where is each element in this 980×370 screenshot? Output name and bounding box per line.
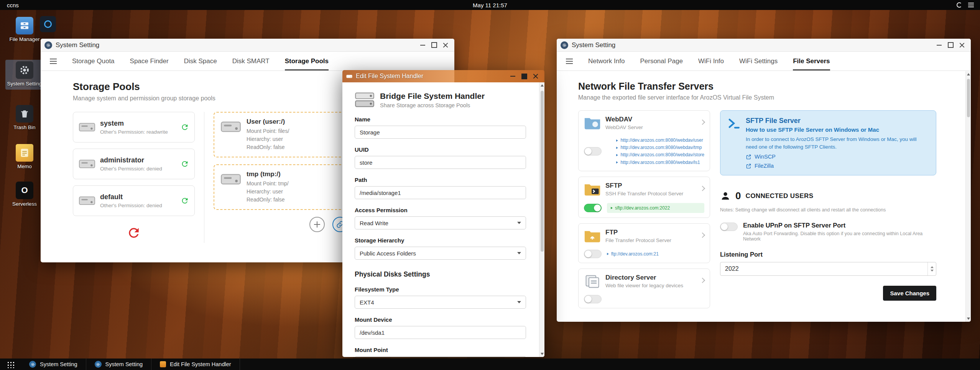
scroll-up-icon[interactable] — [967, 73, 970, 75]
tab-disk-smart[interactable]: Disk SMART — [232, 52, 270, 70]
handler-subtitle: Share Storage across Storage Pools — [380, 102, 485, 108]
maximize-button[interactable] — [945, 39, 956, 52]
path-input[interactable] — [355, 186, 526, 199]
titlebar[interactable]: System Setting — [557, 39, 971, 52]
tab-personal-page[interactable]: Personal Page — [640, 52, 683, 70]
mount-point-input[interactable] — [355, 356, 526, 357]
close-button[interactable] — [956, 39, 968, 52]
taskbar-item-system-setting-1[interactable]: System Setting — [21, 359, 86, 370]
scroll-up-icon[interactable] — [541, 84, 544, 87]
add-mount-button[interactable] — [309, 217, 325, 232]
filesystem-type-select[interactable]: EXT4 — [355, 296, 526, 309]
gear-icon — [29, 361, 36, 368]
desktop-icon-serverless[interactable]: O Serverless — [5, 182, 44, 208]
tab-storage-pools[interactable]: Storage Pools — [285, 52, 329, 70]
uuid-input[interactable] — [355, 156, 526, 169]
mount-card-user[interactable]: User (user:/) Mount Point: files/ Hierar… — [214, 112, 352, 157]
mount-hierarchy: Hierarchy: user — [247, 135, 289, 143]
server-card-directory[interactable]: Directory Server Web file viewer for leg… — [578, 268, 710, 308]
server-card-sftp[interactable]: SFTP SSH File Transfer Protocol Server s… — [578, 177, 710, 218]
scroll-down-icon[interactable] — [541, 353, 544, 355]
webdav-link[interactable]: http://dev.arozos.com:8080/webdav/user — [616, 137, 704, 144]
ftp-toggle[interactable] — [584, 250, 602, 258]
sync-icon[interactable] — [181, 160, 189, 168]
tab-storage-quota[interactable]: Storage Quota — [72, 52, 115, 70]
directory-toggle[interactable] — [584, 295, 602, 303]
record-icon — [44, 20, 52, 28]
tab-disk-space[interactable]: Disk Space — [184, 52, 217, 70]
scrollbar-thumb[interactable] — [967, 79, 970, 117]
server-card-ftp[interactable]: FTP File Transfer Protocol Server ftp://… — [578, 223, 710, 263]
webdav-toggle[interactable] — [584, 147, 602, 156]
sftp-toggle[interactable] — [584, 204, 602, 212]
mount-point: Mount Point: tmp/ — [247, 180, 289, 188]
client-link-filezilla[interactable]: FileZilla — [746, 163, 929, 169]
scroll-down-icon[interactable] — [967, 318, 970, 320]
desktop-icon-system-setting[interactable]: System Setting — [5, 60, 44, 90]
sftp-link[interactable]: sftp://dev.arozos.com:2022 — [607, 203, 704, 213]
selected-value: Read Write — [360, 220, 388, 226]
refresh-pools-button[interactable] — [124, 223, 144, 243]
tab-wifi-settings[interactable]: WiFi Settings — [739, 52, 778, 70]
user-icon — [720, 191, 731, 201]
upnp-toggle[interactable] — [720, 223, 738, 231]
scrollbar[interactable] — [539, 82, 544, 357]
pool-card-default[interactable]: default Other's Permission: denied — [73, 185, 195, 216]
mount-device-input[interactable] — [355, 326, 526, 339]
spinner-up-icon[interactable] — [931, 266, 934, 268]
taskbar-item-system-setting-2[interactable]: System Setting — [86, 359, 152, 370]
mount-card-tmp[interactable]: tmp (tmp:/) Mount Point: tmp/ Hierarchy:… — [214, 164, 352, 210]
tab-network-info[interactable]: Network Info — [588, 52, 625, 70]
pool-card-system[interactable]: system Other's Permission: readwrite — [73, 112, 195, 142]
tab-file-servers[interactable]: File Servers — [793, 52, 830, 70]
minimize-button[interactable] — [417, 39, 428, 52]
desktop-icon-file-manager[interactable]: File Manager — [5, 17, 44, 43]
client-link-winscp[interactable]: WinSCP — [746, 154, 929, 160]
webdav-link[interactable]: http://dev.arozos.com:8080/webdav/store — [616, 151, 704, 159]
gear-icon — [95, 361, 102, 368]
close-button[interactable] — [530, 70, 541, 83]
desktop-icon-memo[interactable]: Memo — [5, 144, 44, 170]
scrollbar-thumb[interactable] — [541, 91, 544, 252]
taskbar: System Setting System Setting Edit File … — [0, 359, 980, 370]
info-subtitle: How to use SFTP File Server on Windows o… — [746, 126, 929, 133]
hamburger-menu-icon[interactable] — [50, 59, 57, 64]
sync-icon[interactable] — [181, 196, 189, 205]
name-input[interactable] — [355, 126, 526, 139]
top-bar: ccns May 11 21:57 — [0, 0, 980, 10]
tab-wifi-info[interactable]: WiFi Info — [698, 52, 724, 70]
taskbar-item-label: System Setting — [105, 361, 143, 367]
webdav-link[interactable]: http://dev.arozos.com:8080/webdav/tmp — [616, 144, 704, 151]
minimize-button[interactable] — [507, 70, 518, 83]
listening-port-label: Listening Port — [720, 251, 936, 258]
storage-hierarchy-select[interactable]: Public Access Folders — [355, 247, 526, 260]
minimize-button[interactable] — [933, 39, 945, 52]
access-permission-select[interactable]: Read Write — [355, 216, 526, 229]
mount-readonly: ReadOnly: false — [247, 196, 289, 204]
toggle-knob — [721, 223, 728, 230]
tab-space-finder[interactable]: Space Finder — [130, 52, 169, 70]
close-button[interactable] — [440, 39, 451, 52]
desktop-icon-trash-bin[interactable]: Trash Bin — [5, 105, 44, 131]
pool-name: system — [100, 120, 181, 128]
save-changes-button[interactable]: Save Changes — [883, 286, 936, 301]
mount-readonly: ReadOnly: false — [247, 143, 289, 151]
sync-icon[interactable] — [181, 123, 189, 131]
maximize-button[interactable] — [518, 70, 530, 83]
pool-card-administrator[interactable]: administrator Other's Permission: denied — [73, 149, 195, 179]
number-spinner[interactable] — [927, 262, 936, 275]
server-card-webdav[interactable]: WebDAV WebDAV Server http://dev.arozos.c… — [578, 110, 710, 171]
titlebar[interactable]: Edit File System Handler — [342, 70, 544, 82]
webdav-link[interactable]: http://dev.arozos.com:8080/webdav/ls1 — [616, 159, 704, 166]
listening-port-input[interactable] — [720, 262, 936, 276]
maximize-button[interactable] — [428, 39, 440, 52]
taskbar-item-edit-file-system-handler[interactable]: Edit File System Handler — [151, 359, 240, 370]
hamburger-menu-icon[interactable] — [566, 59, 573, 64]
mount-point-label: Mount Point — [355, 347, 526, 353]
titlebar[interactable]: System Setting — [41, 39, 454, 52]
spinner-down-icon[interactable] — [931, 270, 934, 272]
app-launcher-button[interactable] — [0, 359, 21, 370]
ftp-link[interactable]: ftp://dev.arozos.com:21 — [607, 251, 659, 257]
desktop-icon-record[interactable] — [40, 16, 56, 32]
scrollbar[interactable] — [965, 71, 971, 322]
